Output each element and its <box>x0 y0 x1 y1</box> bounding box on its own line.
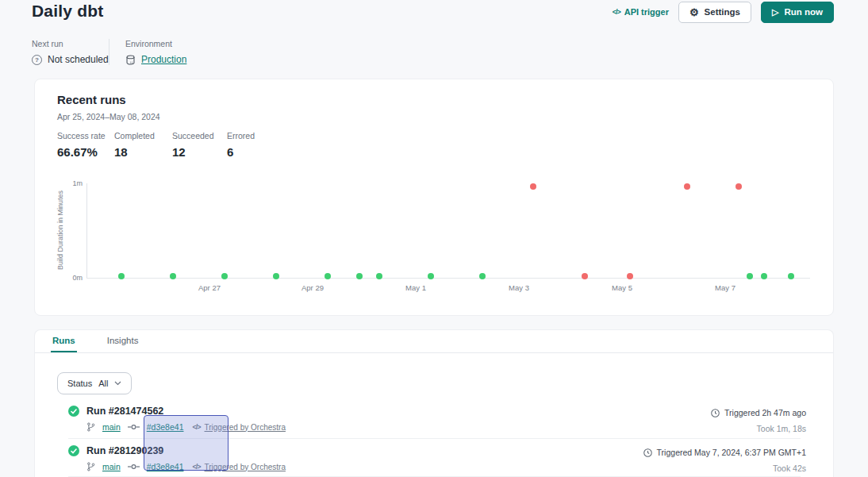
commit-icon <box>128 424 140 430</box>
run-dot-success[interactable] <box>356 273 363 279</box>
run-dot-success[interactable] <box>273 273 279 279</box>
commit-link[interactable]: #d3e8e41 <box>147 462 184 471</box>
triggered-text: Triggered 2h 47m ago <box>724 408 806 417</box>
commit-icon <box>128 464 140 470</box>
stat-completed: Completed 18 <box>114 131 172 159</box>
run-title-link[interactable]: Run #281474562 <box>86 406 163 417</box>
stat-value: 6 <box>227 145 275 159</box>
run-dot-error[interactable] <box>735 183 742 190</box>
run-timing: Triggered May 7, 2024, 6:37 PM GMT+1 Too… <box>643 448 806 473</box>
chart-x-tick: Apr 27 <box>198 283 221 292</box>
stat-success-rate: Success rate 66.67% <box>57 131 114 159</box>
chart-y-tick: 1m <box>72 179 83 187</box>
chart-x-tick: May 3 <box>509 283 529 292</box>
run-dot-success[interactable] <box>428 273 434 279</box>
job-page: Daily dbt </> API trigger ⚙ Settings ▷ R… <box>0 0 868 477</box>
next-run-label: Next run <box>32 39 109 48</box>
chart-x-tick: May 5 <box>612 283 632 292</box>
gear-icon: ⚙ <box>689 7 699 17</box>
run-timing: Triggered 2h 47m ago Took 1m, 18s <box>711 408 806 433</box>
code-icon: </> <box>192 463 200 471</box>
commit-link[interactable]: #d3e8e41 <box>147 422 184 432</box>
run-dot-success[interactable] <box>747 273 753 279</box>
stat-errored: Errored 6 <box>227 131 275 159</box>
run-dot-success[interactable] <box>170 273 176 279</box>
question-circle-icon: ? <box>32 55 42 65</box>
success-check-icon <box>68 406 79 417</box>
run-dot-success[interactable] <box>325 273 331 279</box>
run-row[interactable]: Run #281290239 main # <box>35 441 835 477</box>
success-check-icon <box>68 445 79 456</box>
chart-y-tick: 0m <box>72 274 83 282</box>
meta-divider <box>109 39 109 65</box>
row-divider <box>68 438 801 439</box>
chart-x-tick: Apr 29 <box>301 283 324 292</box>
next-run-block: Next run ? Not scheduled <box>32 39 109 65</box>
branch-link[interactable]: main <box>102 462 121 471</box>
took-text: Took 1m, 18s <box>711 424 806 433</box>
run-dot-success[interactable] <box>221 273 228 279</box>
run-dot-error[interactable] <box>684 183 690 190</box>
runs-panel-card: Runs Insights Status All <box>34 329 834 477</box>
run-dot-success[interactable] <box>118 273 125 279</box>
stat-label: Success rate <box>57 131 114 140</box>
api-trigger-link[interactable]: </> API trigger <box>613 7 669 17</box>
triggered-text: Triggered May 7, 2024, 6:37 PM GMT+1 <box>657 448 806 457</box>
trigger-badge-label: Triggered by Orchestra <box>205 463 286 471</box>
chevron-down-icon <box>114 381 121 386</box>
clock-icon <box>643 448 652 457</box>
stat-value: 66.67% <box>57 145 114 159</box>
chart-x-tick: May 7 <box>715 283 735 292</box>
play-icon: ▷ <box>772 8 778 17</box>
branch-link[interactable]: main <box>102 422 121 432</box>
run-dot-success[interactable] <box>479 273 486 279</box>
run-dot-success[interactable] <box>761 273 767 279</box>
recent-runs-card: Recent runs Apr 25, 2024–May 08, 2024 Su… <box>34 79 834 316</box>
git-branch-icon <box>86 462 95 471</box>
code-icon: </> <box>613 8 620 16</box>
page-title: Daily dbt <box>32 2 103 21</box>
run-now-label: Run now <box>784 7 823 17</box>
clock-icon <box>711 409 720 417</box>
run-dot-error[interactable] <box>530 183 536 190</box>
api-trigger-label: API trigger <box>624 7 669 17</box>
run-now-button[interactable]: ▷ Run now <box>761 2 834 23</box>
tab-insights[interactable]: Insights <box>106 330 140 352</box>
run-row[interactable]: Run #281474562 main # <box>35 402 835 438</box>
chart-y-axis-label: Build Duration in Minutes <box>56 190 64 270</box>
environment-label: Environment <box>125 39 186 48</box>
runs-tabs: Runs Insights <box>35 330 833 353</box>
recent-runs-title: Recent runs <box>57 93 126 106</box>
chart-y-axis <box>86 183 87 279</box>
run-dot-error[interactable] <box>627 273 633 279</box>
duration-chart: Build Duration in Minutes Apr 27Apr 29Ma… <box>35 183 835 278</box>
stat-value: 18 <box>114 145 172 159</box>
next-run-text: Not scheduled <box>48 54 109 65</box>
stat-value: 12 <box>172 145 227 159</box>
environment-block: Environment Production <box>125 39 186 65</box>
run-dot-success[interactable] <box>788 273 794 279</box>
trigger-badge[interactable]: </> Triggered by Orchestra <box>192 423 285 432</box>
stat-label: Errored <box>227 131 275 140</box>
status-filter-value: All <box>98 379 108 388</box>
run-dot-success[interactable] <box>376 273 382 279</box>
stat-succeeded: Succeeded 12 <box>172 131 227 159</box>
header-actions: </> API trigger ⚙ Settings ▷ Run now <box>613 1 834 23</box>
run-title-link[interactable]: Run #281290239 <box>86 445 163 456</box>
run-dot-error[interactable] <box>582 273 588 279</box>
database-icon <box>125 55 136 65</box>
trigger-badge[interactable]: </> Triggered by Orchestra <box>192 463 285 471</box>
status-filter-label: Status <box>67 379 92 388</box>
code-icon: </> <box>192 423 200 431</box>
environment-link[interactable]: Production <box>141 54 186 65</box>
run-stats: Success rate 66.67% Completed 18 Succeed… <box>57 131 275 159</box>
settings-label: Settings <box>705 7 740 17</box>
stat-label: Succeeded <box>172 131 227 140</box>
chart-x-axis <box>86 278 810 279</box>
environment-value: Production <box>125 54 186 65</box>
tab-runs[interactable]: Runs <box>51 330 77 352</box>
status-filter-dropdown[interactable]: Status All <box>57 372 132 394</box>
settings-button[interactable]: ⚙ Settings <box>678 2 751 23</box>
recent-runs-date-range: Apr 25, 2024–May 08, 2024 <box>57 112 160 121</box>
trigger-badge-label: Triggered by Orchestra <box>205 423 286 432</box>
